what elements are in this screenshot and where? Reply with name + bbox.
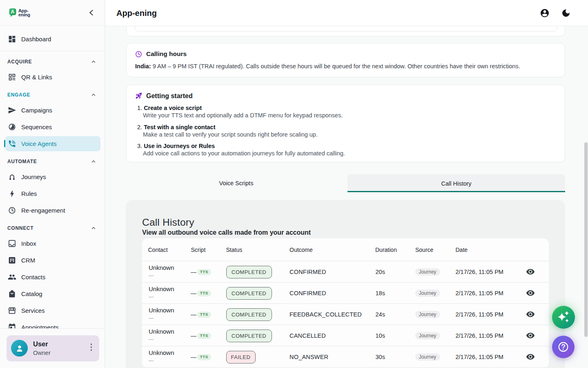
svg-text:A: A <box>11 9 14 15</box>
